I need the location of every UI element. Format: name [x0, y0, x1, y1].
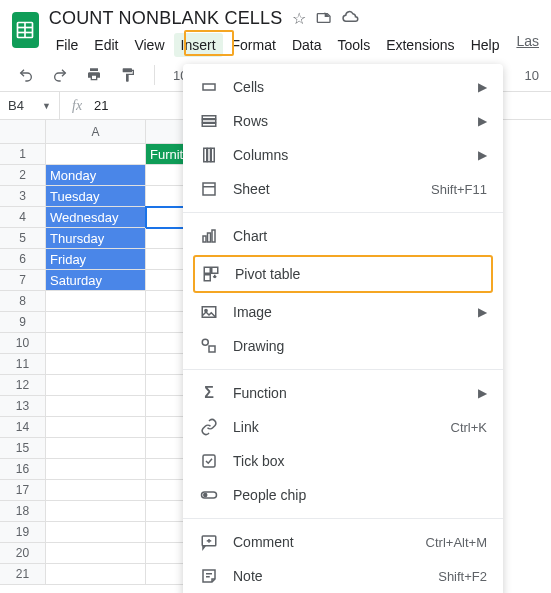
svg-rect-15 [212, 230, 215, 242]
menu-tickbox[interactable]: Tick box [183, 444, 503, 478]
menu-file[interactable]: File [49, 33, 86, 57]
menu-label: Drawing [233, 338, 487, 354]
row-header[interactable]: 11 [0, 354, 46, 375]
svg-rect-14 [208, 233, 211, 242]
cell[interactable]: Monday [46, 165, 146, 186]
row-header[interactable]: 2 [0, 165, 46, 186]
svg-rect-22 [209, 346, 215, 352]
cell[interactable]: Friday [46, 249, 146, 270]
cell[interactable] [46, 144, 146, 165]
menu-pivot-table[interactable]: Pivot table [195, 257, 491, 291]
menu-sheet[interactable]: Sheet Shift+F11 [183, 172, 503, 206]
undo-icon[interactable] [18, 67, 34, 83]
row-header[interactable]: 14 [0, 417, 46, 438]
menu-data[interactable]: Data [285, 33, 329, 57]
row-header[interactable]: 16 [0, 459, 46, 480]
menu-extensions[interactable]: Extensions [379, 33, 461, 57]
menu-tools[interactable]: Tools [330, 33, 377, 57]
row-header[interactable]: 12 [0, 375, 46, 396]
menu-edit[interactable]: Edit [87, 33, 125, 57]
cell[interactable] [46, 333, 146, 354]
menu-link[interactable]: Link Ctrl+K [183, 410, 503, 444]
row-header[interactable]: 21 [0, 564, 46, 585]
cell[interactable] [46, 291, 146, 312]
menu-label: Link [233, 419, 437, 435]
menu-function[interactable]: Σ Function ▶ [183, 376, 503, 410]
row-header[interactable]: 8 [0, 291, 46, 312]
doc-title[interactable]: COUNT NONBLANK CELLS [49, 8, 283, 29]
cell[interactable] [46, 543, 146, 564]
menu-label: Function [233, 385, 464, 401]
row-header[interactable]: 10 [0, 333, 46, 354]
paint-format-icon[interactable] [120, 67, 136, 83]
row-header[interactable]: 6 [0, 249, 46, 270]
row-header[interactable]: 4 [0, 207, 46, 228]
menu-view[interactable]: View [127, 33, 171, 57]
insert-menu-dropdown: Cells ▶ Rows ▶ Columns ▶ Sheet Shift+F11… [183, 64, 503, 593]
last-edit-link[interactable]: Las [516, 33, 539, 57]
cell[interactable] [46, 438, 146, 459]
row-header[interactable]: 3 [0, 186, 46, 207]
row-header[interactable]: 18 [0, 501, 46, 522]
cell[interactable]: Tuesday [46, 186, 146, 207]
cell[interactable] [46, 459, 146, 480]
sheet-icon [199, 179, 219, 199]
menu-format[interactable]: Format [225, 33, 283, 57]
cell[interactable] [46, 375, 146, 396]
svg-rect-8 [204, 148, 207, 162]
row-header[interactable]: 13 [0, 396, 46, 417]
menu-people-chip[interactable]: People chip [183, 478, 503, 512]
row-header[interactable]: 9 [0, 312, 46, 333]
cell[interactable] [46, 564, 146, 585]
cell[interactable] [46, 354, 146, 375]
formula-value[interactable]: 21 [94, 98, 108, 113]
menu-insert[interactable]: Insert [174, 33, 223, 57]
menu-shortcut: Shift+F11 [431, 182, 487, 197]
cell[interactable] [46, 522, 146, 543]
name-box[interactable]: B4 ▼ [0, 92, 60, 119]
col-header-A[interactable]: A [46, 120, 146, 144]
cell[interactable] [46, 396, 146, 417]
row-header[interactable]: 15 [0, 438, 46, 459]
menu-help[interactable]: Help [464, 33, 507, 57]
star-icon[interactable]: ☆ [292, 9, 306, 28]
pivot-highlight: Pivot table [193, 255, 493, 293]
cell[interactable]: Thursday [46, 228, 146, 249]
menu-cells[interactable]: Cells ▶ [183, 70, 503, 104]
row-header[interactable]: 7 [0, 270, 46, 291]
svg-rect-4 [203, 84, 215, 90]
select-all-corner[interactable] [0, 120, 46, 144]
menu-note[interactable]: Note Shift+F2 [183, 559, 503, 593]
menu-columns[interactable]: Columns ▶ [183, 138, 503, 172]
font-size[interactable]: 10 [525, 68, 539, 83]
cell[interactable] [46, 480, 146, 501]
cloud-icon[interactable] [342, 9, 360, 28]
svg-rect-16 [204, 267, 210, 273]
menu-chart[interactable]: Chart [183, 219, 503, 253]
menu-image[interactable]: Image ▶ [183, 295, 503, 329]
menu-rows[interactable]: Rows ▶ [183, 104, 503, 138]
chart-icon [199, 226, 219, 246]
menu-drawing[interactable]: Drawing [183, 329, 503, 363]
header: COUNT NONBLANK CELLS ☆ File Edit View In… [0, 0, 551, 57]
print-icon[interactable] [86, 67, 102, 83]
row-header[interactable]: 19 [0, 522, 46, 543]
cell[interactable] [46, 312, 146, 333]
row-header[interactable]: 20 [0, 543, 46, 564]
row-header[interactable]: 17 [0, 480, 46, 501]
row-header[interactable]: 1 [0, 144, 46, 165]
cell[interactable]: Wednesday [46, 207, 146, 228]
menu-comment[interactable]: Comment Ctrl+Alt+M [183, 525, 503, 559]
sheets-logo[interactable] [12, 12, 39, 48]
row-header[interactable]: 5 [0, 228, 46, 249]
move-icon[interactable] [316, 9, 332, 28]
image-icon [199, 302, 219, 322]
cell[interactable] [46, 417, 146, 438]
svg-rect-13 [203, 236, 206, 242]
redo-icon[interactable] [52, 67, 68, 83]
cell[interactable] [46, 501, 146, 522]
function-icon: Σ [199, 383, 219, 403]
svg-rect-17 [212, 267, 218, 273]
comment-icon [199, 532, 219, 552]
cell[interactable]: Saturday [46, 270, 146, 291]
